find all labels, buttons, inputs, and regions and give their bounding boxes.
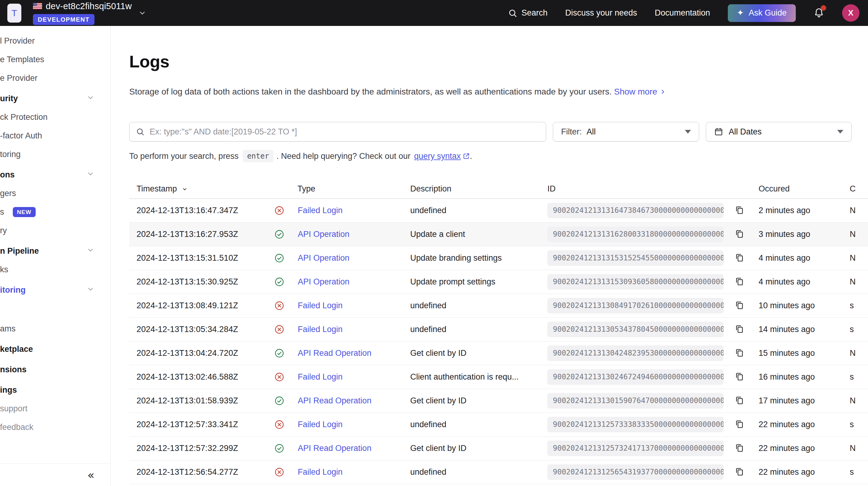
log-type-link[interactable]: Failed Login <box>298 301 343 310</box>
log-id-value: 900202412131304248239530000000000000000… <box>547 345 723 361</box>
ask-guide-button[interactable]: ✦ Ask Guide <box>728 4 796 22</box>
query-syntax-link[interactable]: query syntax <box>414 152 470 161</box>
copy-id-button[interactable] <box>735 253 744 264</box>
sidebar-item[interactable]: urity <box>0 89 110 108</box>
sidebar-item-label: ons <box>0 170 14 180</box>
sidebar-item[interactable]: ry <box>0 221 110 240</box>
log-table-row[interactable]: 2024-12-13T12:56:54.277ZFailed Loginunde… <box>129 460 868 484</box>
topbar-search-button[interactable]: Search <box>508 8 548 18</box>
log-type-link[interactable]: API Read Operation <box>298 348 372 358</box>
sidebar-item-label: -factor Auth <box>0 131 42 141</box>
page-title: Logs <box>129 52 868 71</box>
sidebar: l Providere Templatese Providerurityck P… <box>0 26 111 486</box>
sidebar-item[interactable]: n Pipeline <box>0 242 110 261</box>
log-table-row[interactable]: 2024-12-13T13:05:34.284ZFailed Loginunde… <box>129 318 868 341</box>
log-table-row[interactable]: 2024-12-13T12:57:32.299ZAPI Read Operati… <box>129 436 868 460</box>
log-id-value: 900202412131302467249460000000000000000… <box>547 369 723 385</box>
date-range-select[interactable]: All Dates <box>706 122 851 142</box>
log-type-link[interactable]: Failed Login <box>298 420 343 429</box>
sidebar-item[interactable]: gers <box>0 184 110 203</box>
sidebar-item[interactable]: ams <box>0 320 110 338</box>
log-table-row[interactable]: 2024-12-13T13:15:31.510ZAPI OperationUpd… <box>129 246 868 270</box>
log-id-value: 900202412131257324171370000000000000000… <box>547 441 723 456</box>
log-id-cell: 900202412131316473846730000000000000000… <box>547 203 758 218</box>
log-type-link[interactable]: Failed Login <box>298 467 343 477</box>
sidebar-item[interactable]: sNEW <box>0 203 110 221</box>
log-id-cell: 900202412131301590764700000000000000000… <box>547 393 758 408</box>
log-type-link[interactable]: API Operation <box>298 253 349 263</box>
chevron-down-icon[interactable] <box>138 9 146 17</box>
log-type-link[interactable]: API Operation <box>298 230 349 239</box>
sidebar-collapse-button[interactable]: « <box>88 469 94 481</box>
discuss-your-needs-link[interactable]: Discuss your needs <box>565 8 637 18</box>
tenant-switcher[interactable]: dev-et8c2fihsqi5011w DEVELOPMENT <box>33 1 132 25</box>
log-table-row[interactable]: 2024-12-13T13:15:30.925ZAPI OperationUpd… <box>129 270 868 294</box>
sidebar-item[interactable]: toring <box>0 145 110 164</box>
log-id-value: 900202412131308491702610000000000000000… <box>547 298 723 313</box>
main-content: Logs Storage of log data of both actions… <box>111 26 868 486</box>
log-occured: 22 minutes ago <box>758 467 850 477</box>
sidebar-item[interactable]: ings <box>0 381 110 399</box>
copy-id-button[interactable] <box>735 300 744 311</box>
copy-icon <box>735 395 744 406</box>
log-id-cell: 900202412131308491702610000000000000000… <box>547 298 758 313</box>
copy-id-button[interactable] <box>735 205 744 216</box>
sidebar-item[interactable]: support <box>0 399 110 418</box>
log-type-link[interactable]: Failed Login <box>298 206 343 215</box>
log-table-row[interactable]: 2024-12-13T13:16:47.347ZFailed Loginunde… <box>129 199 868 222</box>
column-header-timestamp[interactable]: Timestamp <box>129 184 274 193</box>
sidebar-item[interactable]: feedback <box>0 418 110 436</box>
log-type-link[interactable]: API Read Operation <box>298 444 372 453</box>
sidebar-item[interactable]: e Provider <box>0 69 110 88</box>
copy-id-button[interactable] <box>735 229 744 240</box>
sidebar-item[interactable]: ketplace <box>0 340 110 359</box>
log-table-row[interactable]: 2024-12-13T13:16:27.953ZAPI OperationUpd… <box>129 222 868 246</box>
sidebar-nav: l Providere Templatese Providerurityck P… <box>0 26 110 436</box>
log-type-link[interactable]: Failed Login <box>298 325 343 334</box>
show-more-link[interactable]: Show more <box>614 86 666 97</box>
copy-id-button[interactable] <box>735 395 744 406</box>
sidebar-item[interactable]: l Provider <box>0 32 110 50</box>
copy-id-button[interactable] <box>735 348 744 359</box>
sidebar-item[interactable]: e Templates <box>0 50 110 69</box>
copy-id-button[interactable] <box>735 467 744 478</box>
copy-id-button[interactable] <box>735 372 744 382</box>
copy-icon <box>735 229 744 240</box>
topbar: T dev-et8c2fihsqi5011w DEVELOPMENT Searc… <box>0 0 868 26</box>
log-description: Client authentication is requ... <box>410 372 547 382</box>
sidebar-item[interactable]: ks <box>0 261 110 279</box>
notification-dot <box>821 5 826 11</box>
column-header-occured: Occured <box>758 184 850 193</box>
log-table-row[interactable]: 2024-12-13T12:57:33.341ZFailed Loginunde… <box>129 413 868 436</box>
log-type-link[interactable]: API Read Operation <box>298 396 372 405</box>
log-table-row[interactable]: 2024-12-13T13:01:58.939ZAPI Read Operati… <box>129 389 868 413</box>
notifications-button[interactable] <box>813 8 825 19</box>
filter-select[interactable]: Filter: All <box>553 122 699 142</box>
avatar[interactable]: X <box>842 4 860 22</box>
sidebar-item[interactable]: ons <box>0 165 110 184</box>
log-type-cell: Failed Login <box>274 301 410 311</box>
log-table-row[interactable]: 2024-12-13T13:04:24.720ZAPI Read Operati… <box>129 341 868 365</box>
sidebar-item[interactable]: nsions <box>0 360 110 379</box>
copy-id-button[interactable] <box>735 324 744 335</box>
tenant-logo[interactable]: T <box>7 4 21 23</box>
sidebar-item[interactable]: ck Protection <box>0 108 110 126</box>
copy-id-button[interactable] <box>735 443 744 454</box>
sidebar-item[interactable]: -factor Auth <box>0 126 110 145</box>
log-search-input[interactable] <box>129 122 546 142</box>
log-description: Get client by ID <box>410 348 547 358</box>
sidebar-item[interactable]: itoring <box>0 281 110 299</box>
log-id-value: 900202412131316473846730000000000000000… <box>547 203 723 218</box>
copy-id-button[interactable] <box>735 277 744 287</box>
log-table-row[interactable]: 2024-12-13T13:02:46.588ZFailed LoginClie… <box>129 365 868 389</box>
column-header-type: Type <box>274 184 410 193</box>
copy-id-button[interactable] <box>735 419 744 430</box>
log-type-link[interactable]: API Operation <box>298 277 349 286</box>
log-type-link[interactable]: Failed Login <box>298 372 343 382</box>
documentation-link[interactable]: Documentation <box>655 8 710 18</box>
sidebar-item-label: ks <box>0 265 8 274</box>
ask-guide-label: Ask Guide <box>748 8 786 18</box>
environment-badge: DEVELOPMENT <box>33 14 94 25</box>
log-table-row[interactable]: 2024-12-13T13:08:49.121ZFailed Loginunde… <box>129 294 868 318</box>
sidebar-item-label: e Provider <box>0 73 37 83</box>
